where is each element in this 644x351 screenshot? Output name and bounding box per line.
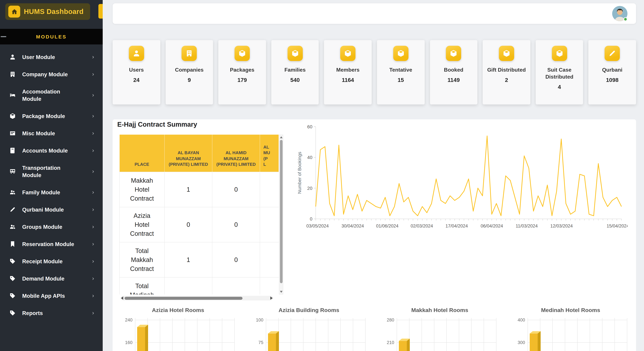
stat-card-families[interactable]: Families540 [271,40,319,105]
azizia-building-rooms: Azizia Building Rooms10075 [244,307,374,351]
table-cell-value: 1 [164,172,212,207]
sidebar-item-misc-module[interactable]: Misc Module [0,125,103,142]
stat-label: Packages [230,66,254,73]
stat-label: Families [284,66,306,73]
user-avatar[interactable] [612,6,628,21]
sidebar-item-transportation-module[interactable]: Transportation Module [0,159,103,184]
stat-card-booked[interactable]: Booked1149 [430,40,477,105]
sidebar-item-company-module[interactable]: Company Module [0,66,103,83]
stat-card-packages[interactable]: Packages179 [218,40,266,105]
chevron-right-icon [92,190,95,195]
sidebar-item-user-module[interactable]: User Module [0,49,103,66]
table-row: Makkah Hotel Contract10 [120,172,278,207]
stat-card-gift-distributed[interactable]: Gift Distributed2 [483,40,530,105]
stat-value: 9 [188,77,191,84]
box-icon [234,46,250,61]
sidebar-item-package-module[interactable]: Package Module [0,107,103,125]
svg-text:30/04/2024: 30/04/2024 [342,223,364,228]
sidebar-item-mobile-app-apis[interactable]: Mobile App APIs [0,287,103,304]
scroll-right-arrow-icon[interactable] [270,296,273,300]
home-icon [8,6,20,18]
sidebar-item-label: Misc Module [22,130,92,137]
sidebar-item-groups-module[interactable]: Groups Module [0,218,103,235]
table-cell-value: 0 [164,207,212,242]
stat-label: Qurbani [602,66,622,73]
stat-card-tentative[interactable]: Tentative15 [377,40,424,105]
package-icon [9,113,16,119]
sidebar-toggle[interactable] [98,4,103,19]
table-cell-value [260,242,278,277]
ledger-icon [9,147,16,154]
sidebar-item-label: Receipt Module [22,258,92,265]
room-bar-charts-row: Azizia Hotel Rooms240160Azizia Building … [113,307,636,351]
stat-card-suit-case-distributed[interactable]: Suit Case Distributed4 [536,40,583,105]
sidebar-item-label: Reservation Module [22,240,92,248]
stat-card-qurbani[interactable]: Qurbani1098 [588,40,636,105]
sidebar-item-demand-module[interactable]: Demand Module [0,270,103,287]
sidebar-item-receipt-module[interactable]: Receipt Module [0,253,103,270]
svg-text:12/03/2024: 12/03/2024 [550,223,573,228]
vertical-scroll-thumb[interactable] [280,140,282,283]
sidebar-item-accounts-module[interactable]: Accounts Module [0,142,103,159]
svg-text:300: 300 [518,340,525,345]
modules-header: MODULES [36,34,67,40]
sidebar-item-label: Company Module [22,71,92,78]
stat-card-users[interactable]: Users24 [113,40,160,105]
scroll-left-arrow-icon[interactable] [121,296,123,300]
brand-title: HUMS Dashboard [24,8,84,16]
stat-label: Suit Case Distributed [538,66,581,80]
tag-icon [9,292,16,299]
table-cell-value [212,277,260,294]
table-cell-value: 1 [164,242,212,277]
user-icon [129,46,144,61]
stat-card-companies[interactable]: Companies9 [166,40,213,105]
stat-label: Users [129,66,144,73]
sidebar-item-qurbani-module[interactable]: Qurbani Module [0,201,103,218]
stat-value: 2 [505,77,508,84]
stat-label: Booked [444,66,463,73]
brand-badge[interactable]: HUMS Dashboard [5,3,90,20]
modules-bar: MODULES [0,29,103,45]
scroll-up-arrow-icon[interactable] [280,136,282,138]
horizontal-scroll-thumb[interactable] [124,297,242,300]
table-cell-place: Azizia Hotel Contract [120,207,164,242]
svg-text:02/03/2024: 02/03/2024 [410,223,433,228]
sidebar-item-label: Family Module [22,189,92,196]
table-header-place: PLACE [120,135,164,172]
contract-table-viewport: PLACEAL BAYAN MUNAZZAM (PRIVATE) LIMITED… [119,135,278,294]
table-cell-value: 0 [212,242,260,277]
svg-text:40: 40 [307,155,312,160]
vertical-scrollbar[interactable] [279,135,283,294]
modules-left-dash [1,36,6,37]
svg-text:20: 20 [307,186,312,191]
stat-label: Gift Distributed [487,66,526,73]
makkah-hotel-rooms: Makkah Hotel Rooms280210 [374,307,505,351]
sidebar-item-reservation-module[interactable]: Reservation Module [0,235,103,253]
chevron-right-icon [92,55,95,60]
sidebar-item-family-module[interactable]: Family Module [0,184,103,201]
stat-label: Members [336,66,360,73]
box-icon [288,46,302,61]
box-icon [393,46,408,61]
medinah-hotel-rooms: Medinah Hotel Rooms400300 [505,307,636,351]
stat-label: Tentative [389,66,412,73]
contract-table: PLACEAL BAYAN MUNAZZAM (PRIVATE) LIMITED… [119,135,278,294]
horizontal-scrollbar[interactable] [120,296,273,300]
svg-text:0: 0 [310,216,312,221]
contract-summary-title: E-Hajj Contract Summary [117,121,197,128]
svg-text:60: 60 [307,124,312,129]
stat-value: 179 [238,77,247,84]
medinah-hotel-rooms-chart: 400300 [508,315,634,351]
pen-icon [9,206,16,213]
table-cell-value [260,172,278,207]
sidebar-item-accomodation-module[interactable]: Accomodation Module [0,83,103,107]
svg-text:03/05/2024: 03/05/2024 [306,223,329,228]
scroll-down-arrow-icon[interactable] [280,291,282,293]
table-header-row: PLACEAL BAYAN MUNAZZAM (PRIVATE) LIMITED… [120,135,278,172]
stat-card-members[interactable]: Members1164 [324,40,372,105]
sidebar-item-label: User Module [22,53,92,61]
sidebar-item-label: Accounts Module [22,147,92,154]
chevron-right-icon [92,276,95,281]
chevron-right-icon [92,310,95,315]
sidebar-item-reports[interactable]: Reports [0,304,103,322]
